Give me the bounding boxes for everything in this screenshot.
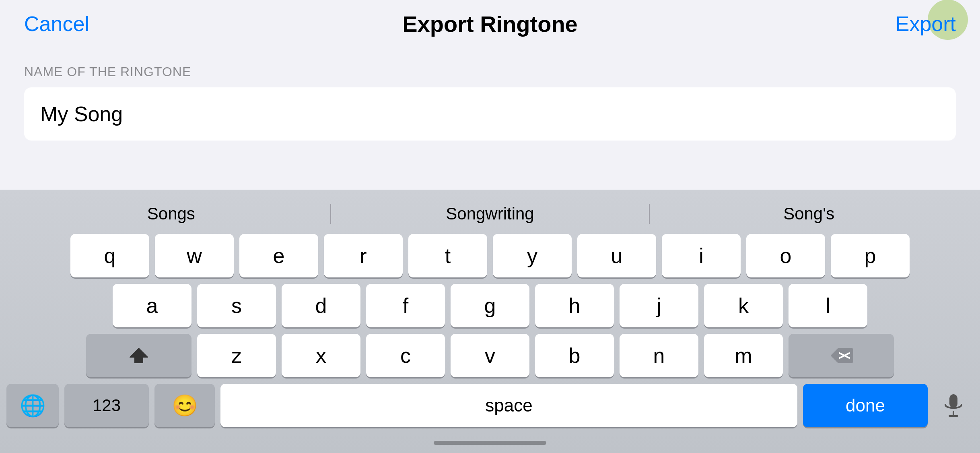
key-h[interactable]: h	[535, 284, 614, 327]
key-j[interactable]: j	[620, 284, 698, 327]
export-button[interactable]: Export	[896, 12, 956, 36]
key-g[interactable]: g	[451, 284, 529, 327]
export-button-container: Export	[896, 12, 956, 36]
header: Cancel Export Ringtone Export	[0, 0, 980, 44]
autocomplete-item-1[interactable]: Songwriting	[331, 204, 649, 223]
key-e[interactable]: e	[239, 234, 318, 277]
key-l[interactable]: l	[789, 284, 867, 327]
form-area: NAME OF THE RINGTONE	[0, 44, 980, 157]
page-title: Export Ringtone	[402, 11, 578, 37]
autocomplete-item-0[interactable]: Songs	[12, 204, 330, 223]
key-i[interactable]: i	[662, 234, 741, 277]
svg-rect-2	[949, 394, 957, 408]
keyboard-row-2: a s d f g h j k l	[6, 284, 974, 327]
key-n[interactable]: n	[620, 334, 698, 377]
key-s[interactable]: s	[197, 284, 276, 327]
key-a[interactable]: a	[113, 284, 191, 327]
key-u[interactable]: u	[577, 234, 656, 277]
delete-key[interactable]	[789, 334, 894, 377]
key-c[interactable]: c	[366, 334, 445, 377]
key-d[interactable]: d	[282, 284, 360, 327]
key-b[interactable]: b	[535, 334, 614, 377]
globe-key[interactable]: 🌐	[6, 384, 59, 427]
key-v[interactable]: v	[451, 334, 529, 377]
emoji-key[interactable]: 😊	[154, 384, 215, 427]
key-r[interactable]: r	[324, 234, 403, 277]
key-k[interactable]: k	[704, 284, 783, 327]
key-p[interactable]: p	[831, 234, 910, 277]
space-key[interactable]: space	[220, 384, 797, 427]
home-indicator-bar	[434, 441, 546, 445]
field-label: NAME OF THE RINGTONE	[24, 64, 956, 79]
key-w[interactable]: w	[155, 234, 234, 277]
home-indicator	[0, 434, 980, 453]
key-t[interactable]: t	[408, 234, 487, 277]
microphone-key[interactable]	[933, 384, 974, 427]
shift-key[interactable]	[86, 334, 191, 377]
key-rows: q w e r t y u i o p a s d f g h j k l	[0, 234, 980, 377]
key-x[interactable]: x	[282, 334, 360, 377]
cancel-button[interactable]: Cancel	[24, 12, 89, 36]
key-y[interactable]: y	[493, 234, 572, 277]
ringtone-name-input[interactable]	[24, 87, 956, 141]
autocomplete-bar: Songs Songwriting Song's	[0, 198, 980, 234]
autocomplete-item-2[interactable]: Song's	[650, 204, 968, 223]
key-f[interactable]: f	[366, 284, 445, 327]
num-key[interactable]: 123	[64, 384, 149, 427]
key-z[interactable]: z	[197, 334, 276, 377]
key-q[interactable]: q	[70, 234, 149, 277]
keyboard-bottom-row: 🌐 123 😊 space done	[0, 384, 980, 427]
key-o[interactable]: o	[746, 234, 825, 277]
keyboard-row-3: z x c v b n m	[6, 334, 974, 377]
keyboard-row-1: q w e r t y u i o p	[6, 234, 974, 277]
keyboard: Songs Songwriting Song's q w e r t y u i…	[0, 190, 980, 453]
done-key[interactable]: done	[803, 384, 928, 427]
key-m[interactable]: m	[704, 334, 783, 377]
